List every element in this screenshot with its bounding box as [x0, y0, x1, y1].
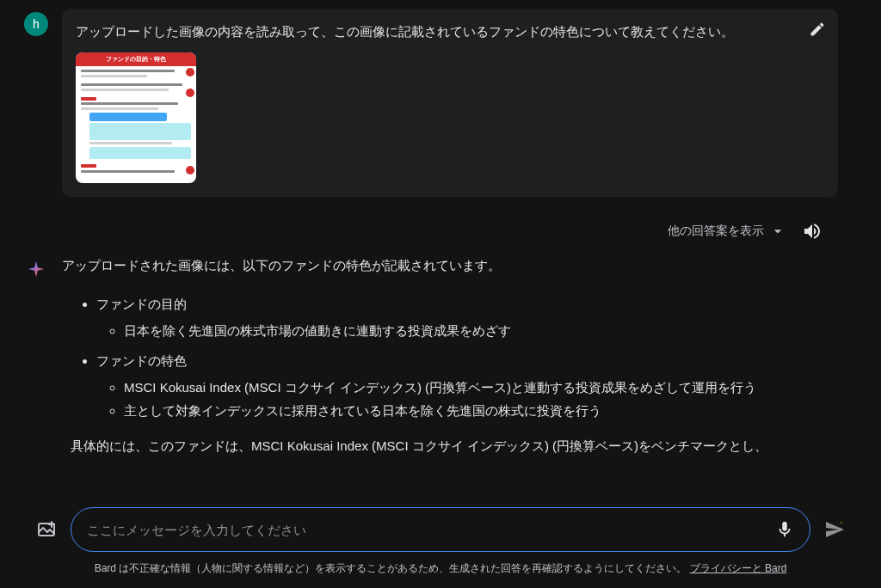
user-avatar: h [24, 12, 48, 36]
section-title: ファンドの目的 [96, 297, 187, 311]
edit-message-button[interactable] [809, 21, 826, 38]
disclaimer-text: Bard は不正確な情報（人物に関する情報など）を表示することがあるため、生成さ… [95, 562, 687, 574]
pencil-icon [809, 21, 826, 38]
send-button[interactable] [824, 519, 845, 540]
uploaded-image-thumbnail[interactable]: ファンドの目的・特色 [76, 52, 196, 183]
response-intro: アップロードされた画像には、以下のファンドの特色が記載されています。 [62, 254, 829, 277]
user-message-row: h アップロードした画像の内容を読み取って、この画像に記載されているファンドの特… [24, 9, 838, 197]
response-continuation: 具体的には、このファンドは、MSCI Kokusai Index (MSCI コ… [62, 434, 829, 457]
speaker-icon [802, 221, 822, 242]
send-icon [824, 519, 845, 540]
view-drafts-label: 他の回答案を表示 [668, 224, 764, 239]
bard-avatar [24, 257, 48, 281]
chevron-down-icon [769, 223, 786, 240]
list-item: ファンドの目的 日本を除く先進国の株式市場の値動きに連動する投資成果をめざす [96, 292, 829, 342]
footer-disclaimer: Bard は不正確な情報（人物に関する情報など）を表示することがあるため、生成さ… [0, 561, 881, 576]
message-input-wrapper[interactable] [71, 507, 810, 552]
message-input[interactable] [87, 523, 775, 537]
avatar-letter: h [33, 17, 40, 31]
privacy-link[interactable]: プライバシーと Bard [690, 562, 787, 574]
input-bar [0, 507, 881, 552]
list-item: 日本を除く先進国の株式市場の値動きに連動する投資成果をめざす [124, 319, 829, 342]
user-message-card: アップロードした画像の内容を読み取って、この画像に記載されているファンドの特色に… [62, 9, 838, 197]
assistant-message-row: アップロードされた画像には、以下のファンドの特色が記載されています。 ファンドの… [24, 254, 838, 457]
list-item: 主として対象インデックスに採用されている日本を除く先進国の株式に投資を行う [124, 399, 829, 422]
view-drafts-button[interactable]: 他の回答案を表示 [668, 223, 786, 240]
read-aloud-button[interactable] [802, 221, 822, 242]
voice-input-button[interactable] [775, 520, 794, 539]
section-title: ファンドの特色 [96, 353, 187, 368]
user-message-text: アップロードした画像の内容を読み取って、この画像に記載されているファンドの特色に… [76, 22, 795, 42]
list-item: ファンドの特色 MSCI Kokusai Index (MSCI コクサイ イン… [96, 349, 829, 422]
bard-sparkle-icon [27, 260, 46, 279]
upload-image-button[interactable] [36, 519, 57, 540]
image-upload-icon [36, 519, 57, 540]
response-controls: 他の回答案を表示 [24, 214, 838, 254]
assistant-message-content: アップロードされた画像には、以下のファンドの特色が記載されています。 ファンドの… [62, 254, 838, 457]
thumbnail-header: ファンドの目的・特色 [76, 52, 196, 66]
mic-icon [775, 520, 794, 539]
list-item: MSCI Kokusai Index (MSCI コクサイ インデックス) (円… [124, 376, 829, 399]
response-list: ファンドの目的 日本を除く先進国の株式市場の値動きに連動する投資成果をめざす フ… [62, 292, 829, 422]
thumbnail-body [76, 66, 196, 183]
